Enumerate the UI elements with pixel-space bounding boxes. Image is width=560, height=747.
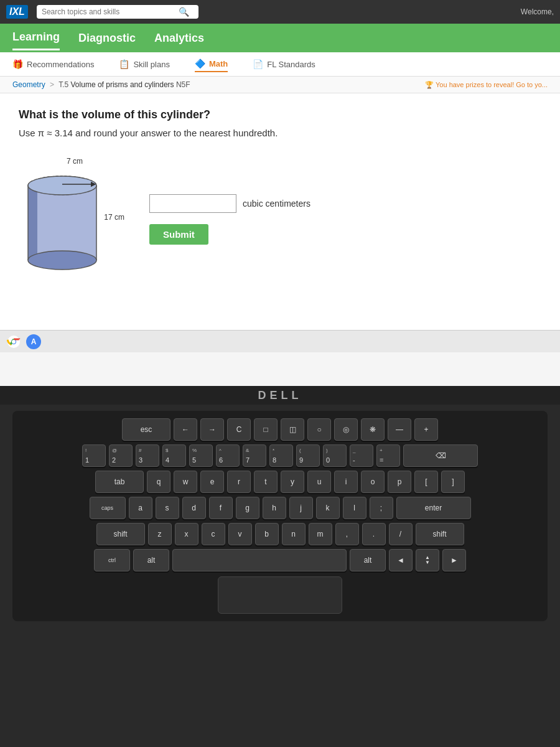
svg-rect-1 bbox=[28, 186, 96, 260]
prize-label: You have prizes to reveal! Go to yo... bbox=[436, 81, 548, 88]
subnav-skillplans[interactable]: 📋 Skill plans bbox=[119, 57, 170, 72]
key-minus[interactable]: _- bbox=[350, 444, 373, 467]
submit-button[interactable]: Submit bbox=[149, 224, 208, 245]
key-a[interactable]: a bbox=[129, 497, 152, 519]
key-2[interactable]: @2 bbox=[109, 444, 133, 467]
search-bar[interactable]: 🔍 bbox=[37, 5, 198, 19]
key-arrow-left[interactable]: ◄ bbox=[389, 549, 413, 571]
trackpad[interactable] bbox=[218, 576, 342, 614]
key-r[interactable]: r bbox=[227, 471, 251, 493]
breadcrumb-level: N5F bbox=[176, 80, 190, 89]
key-0[interactable]: )0 bbox=[323, 444, 347, 467]
key-equal[interactable]: += bbox=[376, 444, 400, 467]
key-3[interactable]: #3 bbox=[136, 444, 159, 467]
key-s[interactable]: s bbox=[156, 497, 179, 519]
chrome-icon[interactable] bbox=[6, 334, 21, 349]
search-icon: 🔍 bbox=[179, 7, 189, 17]
key-i[interactable]: i bbox=[334, 471, 358, 493]
key-9[interactable]: (9 bbox=[296, 444, 320, 467]
svg-point-4 bbox=[28, 176, 96, 195]
key-x[interactable]: x bbox=[175, 523, 198, 545]
key-comma[interactable]: , bbox=[335, 523, 359, 545]
key-c[interactable]: c bbox=[202, 523, 225, 545]
skillplans-icon: 📋 bbox=[119, 59, 129, 69]
key-6[interactable]: ^6 bbox=[216, 444, 240, 467]
subnav-math[interactable]: 🔷 Math bbox=[195, 56, 228, 72]
nav-item-learning[interactable]: Learning bbox=[12, 26, 60, 50]
key-mute[interactable]: ❋ bbox=[361, 418, 385, 441]
search-input[interactable] bbox=[42, 7, 179, 16]
key-z[interactable]: z bbox=[148, 523, 172, 545]
key-semicolon[interactable]: ; bbox=[370, 497, 393, 519]
key-4[interactable]: $4 bbox=[162, 444, 186, 467]
key-shift-right[interactable]: shift bbox=[416, 523, 464, 545]
key-refresh[interactable]: C bbox=[227, 418, 251, 441]
key-p[interactable]: p bbox=[388, 471, 411, 493]
ixl-logo: IXL bbox=[6, 5, 28, 19]
answer-section: cubic centimeters Submit bbox=[149, 188, 310, 245]
cylinder-top-label: 7 cm bbox=[19, 157, 131, 166]
nav-item-analytics[interactable]: Analytics bbox=[154, 27, 204, 50]
key-5[interactable]: %5 bbox=[189, 444, 213, 467]
key-h[interactable]: h bbox=[263, 497, 286, 519]
breadcrumb-subject[interactable]: Geometry bbox=[12, 80, 45, 89]
key-forward[interactable]: → bbox=[200, 418, 224, 441]
key-u[interactable]: u bbox=[307, 471, 331, 493]
brand-area: IXL bbox=[6, 5, 28, 19]
key-enter[interactable]: enter bbox=[396, 497, 471, 519]
fn-key-row: esc ← → C □ ◫ ○ ◎ ❋ — + bbox=[22, 418, 538, 441]
key-bright-up[interactable]: ◎ bbox=[334, 418, 358, 441]
key-space[interactable] bbox=[172, 549, 347, 571]
key-vol-down[interactable]: — bbox=[388, 418, 411, 441]
key-back[interactable]: ← bbox=[174, 418, 197, 441]
key-period[interactable]: . bbox=[362, 523, 386, 545]
key-g[interactable]: g bbox=[236, 497, 259, 519]
answer-input[interactable] bbox=[149, 194, 236, 213]
subnav-recommendations[interactable]: 🎁 Recommendations bbox=[12, 57, 94, 72]
key-alt-left[interactable]: alt bbox=[133, 549, 169, 571]
breadcrumb-code: T.5 bbox=[58, 80, 68, 89]
taskbar-profile-icon[interactable]: A bbox=[26, 334, 41, 349]
key-l[interactable]: l bbox=[343, 497, 366, 519]
prize-text[interactable]: 🏆 You have prizes to reveal! Go to yo... bbox=[425, 81, 548, 89]
cylinder-illustration: 7 cm bbox=[19, 157, 131, 281]
key-k[interactable]: k bbox=[316, 497, 340, 519]
number-key-row: !1 @2 #3 $4 %5 ^6 &7 *8 (9 )0 _- += ⌫ bbox=[22, 444, 538, 467]
key-shift-left[interactable]: shift bbox=[96, 523, 145, 545]
key-o[interactable]: o bbox=[361, 471, 385, 493]
key-ctrl-left[interactable]: ctrl bbox=[94, 549, 130, 571]
key-esc[interactable]: esc bbox=[122, 418, 170, 441]
key-bright-down[interactable]: ○ bbox=[307, 418, 331, 441]
key-d[interactable]: d bbox=[182, 497, 206, 519]
key-caps[interactable]: caps bbox=[90, 497, 126, 519]
key-e[interactable]: e bbox=[200, 471, 224, 493]
cylinder-height-label: 17 cm bbox=[104, 213, 124, 222]
key-v[interactable]: v bbox=[228, 523, 252, 545]
key-7[interactable]: &7 bbox=[243, 444, 266, 467]
key-q[interactable]: q bbox=[147, 471, 170, 493]
key-t[interactable]: t bbox=[254, 471, 278, 493]
key-8[interactable]: *8 bbox=[269, 444, 293, 467]
subnav-skillplans-label: Skill plans bbox=[133, 60, 170, 69]
key-arrow-right[interactable]: ► bbox=[442, 549, 466, 571]
key-alt-right[interactable]: alt bbox=[350, 549, 386, 571]
key-windows[interactable]: ◫ bbox=[281, 418, 304, 441]
key-arrow-up-down[interactable]: ▲ ▼ bbox=[416, 549, 439, 571]
key-bracket-open[interactable]: [ bbox=[414, 471, 438, 493]
key-y[interactable]: y bbox=[281, 471, 304, 493]
nav-item-diagnostic[interactable]: Diagnostic bbox=[78, 27, 136, 50]
key-fullscreen[interactable]: □ bbox=[254, 418, 278, 441]
key-f[interactable]: f bbox=[209, 497, 233, 519]
key-w[interactable]: w bbox=[174, 471, 197, 493]
key-m[interactable]: m bbox=[309, 523, 332, 545]
key-n[interactable]: n bbox=[282, 523, 306, 545]
subnav-flstandards[interactable]: 📄 FL Standards bbox=[253, 57, 315, 72]
key-bracket-close[interactable]: ] bbox=[441, 471, 465, 493]
key-b[interactable]: b bbox=[255, 523, 279, 545]
key-vol-up[interactable]: + bbox=[414, 418, 438, 441]
key-j[interactable]: j bbox=[289, 497, 313, 519]
key-backspace[interactable]: ⌫ bbox=[403, 444, 478, 467]
key-1[interactable]: !1 bbox=[82, 444, 106, 467]
key-tab[interactable]: tab bbox=[95, 471, 144, 493]
key-slash[interactable]: / bbox=[389, 523, 413, 545]
